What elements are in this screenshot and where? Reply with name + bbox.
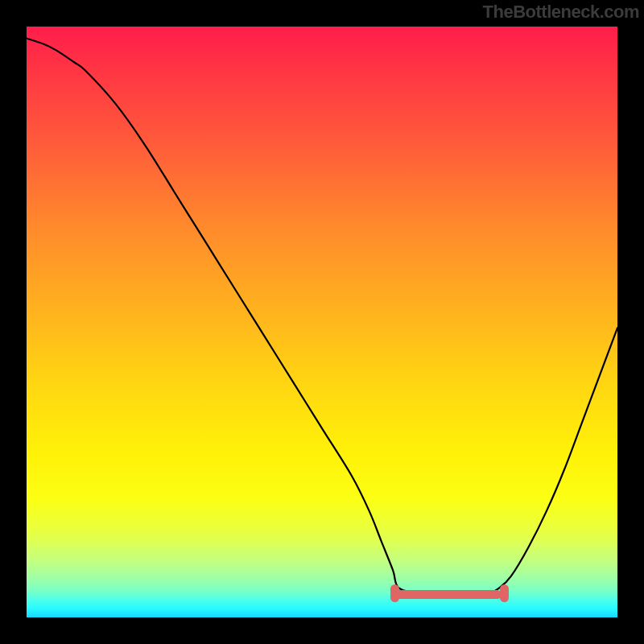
chart-frame: TheBottleneck.com	[0, 0, 644, 644]
plot-area	[27, 27, 617, 617]
optimal-range-cap-right	[500, 584, 509, 602]
watermark-text: TheBottleneck.com	[483, 2, 639, 23]
optimal-range-bar	[395, 590, 502, 599]
optimal-range-cap-left	[390, 584, 399, 602]
bottleneck-curve	[27, 27, 617, 617]
